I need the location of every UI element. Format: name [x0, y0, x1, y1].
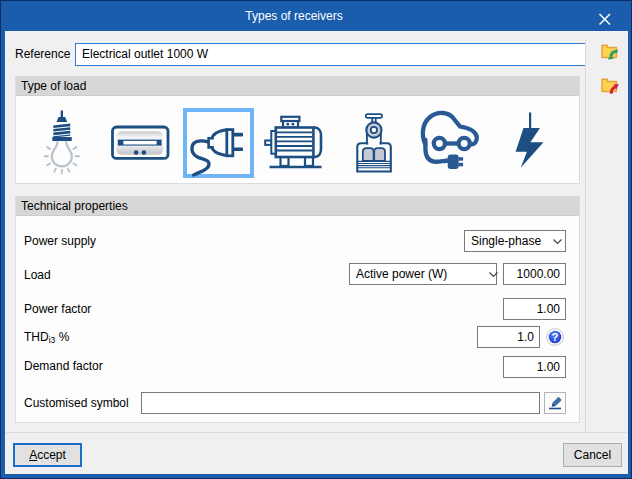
- svg-text:?: ?: [551, 331, 558, 343]
